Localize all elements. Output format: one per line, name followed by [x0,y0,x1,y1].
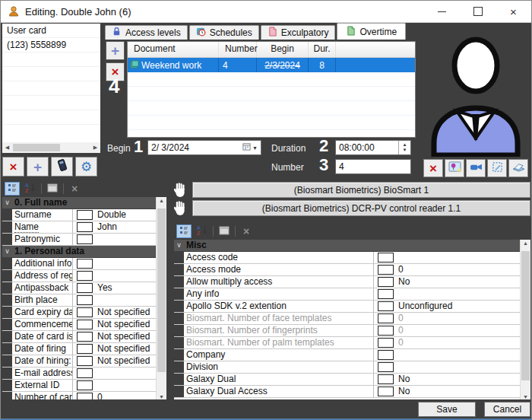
number-input[interactable]: 4 [335,159,411,174]
column-header-document[interactable]: Document [128,42,219,57]
property-value[interactable] [96,368,156,379]
property-checkbox[interactable] [77,344,93,354]
property-checkbox[interactable] [378,362,394,372]
scroll-right-icon[interactable]: ▶ [90,145,100,151]
clear-button[interactable]: × [239,224,254,238]
property-value[interactable] [397,288,520,300]
property-row[interactable]: AntipassbackYes [2,282,156,294]
delete-photo-button[interactable]: × [423,159,443,177]
property-checkbox[interactable] [77,283,93,293]
list-item[interactable] [2,81,100,96]
scroll-up-icon[interactable]: ▲ [521,240,530,246]
property-checkbox[interactable] [77,320,93,329]
settings-button[interactable]: ⚙ [75,157,97,177]
property-row[interactable]: Apollo SDK v.2 extentionUnconfigured [174,301,520,313]
vertical-scrollbar[interactable]: ▲ ▼ [156,197,166,400]
property-row[interactable]: Address of reg [2,270,156,282]
property-value[interactable]: Not specified [96,355,156,367]
property-checkbox[interactable] [77,332,93,342]
property-row[interactable]: Card expiry daNot specified [2,307,156,319]
categorized-view-button[interactable] [176,224,192,238]
property-value[interactable]: Not specified [96,307,156,318]
property-checkbox[interactable] [378,277,394,287]
tab-exculpatory[interactable]: Exculpatory [261,25,336,40]
close-button[interactable]: × [496,1,531,22]
property-pages-button[interactable] [217,224,232,238]
categorized-view-button[interactable] [5,182,20,196]
scroll-down-icon[interactable]: ▼ [521,394,530,399]
scrollbar-thumb[interactable] [157,208,166,372]
cancel-button[interactable]: Cancel [484,402,530,417]
property-value[interactable] [96,234,156,245]
property-checkbox[interactable] [378,265,394,275]
property-row[interactable]: Galaxy Dual AccessNo [174,386,520,398]
property-value[interactable]: 0 [397,337,520,348]
property-value[interactable] [96,294,156,306]
chevron-down-icon[interactable]: ∨ [174,240,184,251]
property-value[interactable]: No [397,386,520,397]
property-checkbox[interactable] [378,374,394,384]
chevron-down-icon[interactable]: ∨ [2,197,12,208]
property-category[interactable]: ∨0. Full name [2,197,156,209]
property-checkbox[interactable] [77,356,93,366]
property-pages-button[interactable] [45,182,60,196]
property-value[interactable]: 0 [397,325,520,336]
list-item[interactable] [2,96,100,110]
property-row[interactable]: Biosmart. Number of face templates0 [174,313,520,325]
property-row[interactable]: Allow multiply accessNo [174,276,520,288]
property-checkbox[interactable] [77,234,93,244]
list-item[interactable] [2,52,100,67]
dropdown-arrow-icon[interactable]: ▼ [251,145,261,151]
date-value[interactable]: 2/ 3/2024 [148,142,242,153]
reader-button-biosmart[interactable]: (Biosmart Biometrics) BioSmart 1 [192,182,530,198]
calendar-icon[interactable] [242,142,251,153]
property-row[interactable]: Access mode0 [174,264,520,276]
column-header-duration[interactable]: Dur. [309,42,336,57]
property-value[interactable]: No [397,374,520,385]
property-value[interactable]: Not specified [96,319,156,330]
property-checkbox[interactable] [77,259,93,269]
spin-down-icon[interactable]: ▼ [403,148,407,153]
property-value[interactable]: Yes [96,282,156,294]
sort-az-button[interactable]: AZ [195,224,210,238]
property-checkbox[interactable] [77,380,93,390]
property-row[interactable]: Date of firingNot specified [2,343,156,355]
spin-up-icon[interactable]: ▲ [403,142,407,148]
duration-value[interactable]: 08:00:00 [336,142,398,153]
sort-az-button[interactable]: AZ [23,182,38,196]
chevron-down-icon[interactable]: ∨ [2,246,12,257]
scrollbar-thumb[interactable] [13,144,60,151]
property-row[interactable]: Date of hiring:Not specified [2,355,156,368]
property-category[interactable]: ∨Misc [174,240,520,252]
begin-date-picker[interactable]: 2/ 3/2024 ▼ [147,140,261,155]
minimize-button[interactable] [424,1,460,22]
load-image-button[interactable] [445,159,464,177]
scrollbar-thumb[interactable] [521,251,530,380]
property-row[interactable]: E-mail address [2,368,156,380]
scroll-down-icon[interactable]: ▼ [157,394,166,399]
property-row[interactable]: CommencemeNot specified [2,319,156,331]
property-value[interactable]: 0 [397,264,520,275]
property-checkbox[interactable] [77,222,93,232]
list-item[interactable] [2,110,100,125]
delete-card-button[interactable]: × [2,157,24,177]
property-row[interactable]: Patronymic [2,234,156,246]
scroll-up-icon[interactable]: ▲ [157,198,166,203]
property-row[interactable]: Biosmart. Number of palm templates0 [174,337,520,349]
property-row[interactable]: Additional info [2,258,156,270]
property-row[interactable]: NameJohn [2,221,156,234]
property-value[interactable]: Unconfigured [397,301,520,312]
property-value[interactable] [96,270,156,282]
table-row-selected[interactable]: Weekend work 4 2/3/2024 8 [128,58,415,72]
tab-schedules[interactable]: Schedules [189,25,259,40]
clear-button[interactable]: × [67,182,82,196]
property-checkbox[interactable] [77,210,93,220]
duration-spinner[interactable]: 08:00:00 ▲▼ [335,140,411,155]
property-checkbox[interactable] [378,326,394,336]
property-value[interactable]: No [397,276,520,288]
column-header-number[interactable]: Number [219,42,257,57]
list-item[interactable]: User card [2,24,100,38]
property-value[interactable] [397,361,520,373]
property-value[interactable] [397,252,520,263]
property-checkbox[interactable] [77,307,93,317]
